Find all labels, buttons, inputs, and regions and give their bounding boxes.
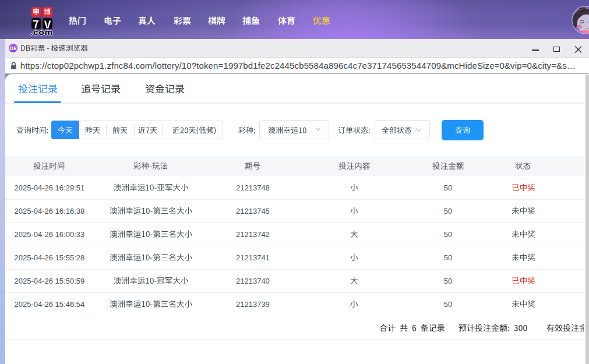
svg-text:DB: DB xyxy=(9,45,17,51)
